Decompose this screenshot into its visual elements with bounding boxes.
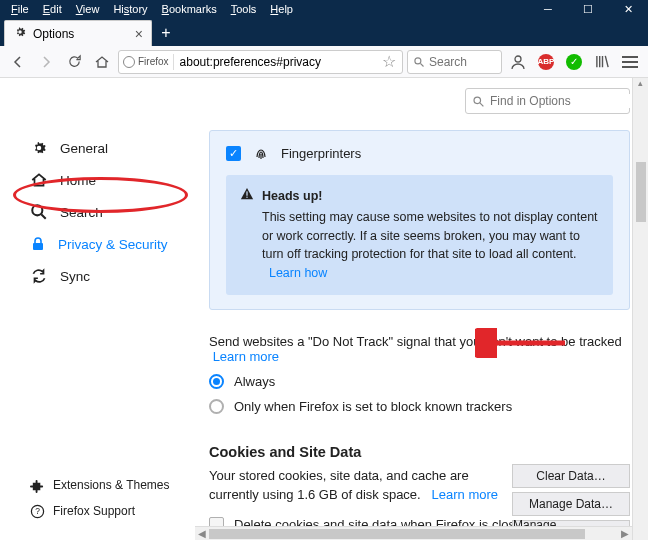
scrollbar-thumb[interactable] [209,529,585,539]
url-bar[interactable]: Firefox ☆ [118,50,403,74]
svg-rect-8 [246,197,247,198]
menu-edit[interactable]: Edit [36,3,69,15]
sync-icon [30,267,48,285]
home-button[interactable] [90,50,114,74]
library-icon[interactable] [590,50,614,74]
abp-icon[interactable]: ABP [534,50,558,74]
sidebar: General Home Search Privacy & Security S… [0,78,195,540]
menu-view[interactable]: View [69,3,107,15]
vertical-scrollbar[interactable]: ▴ [632,78,648,540]
alert-title: Heads up! [262,187,599,206]
nav-sync[interactable]: Sync [25,260,195,292]
scroll-left-icon[interactable]: ◀ [195,528,209,539]
svg-text:?: ? [35,506,40,516]
reload-button[interactable] [62,50,86,74]
tab-close-icon[interactable]: × [135,26,143,42]
search-input[interactable] [429,55,489,69]
main-content: ✓ Fingerprinters Heads up! This setting … [195,78,648,540]
url-input[interactable] [174,51,376,73]
clear-data-button[interactable]: Clear Data… [512,464,630,488]
nav-support[interactable]: ? Firefox Support [25,498,170,524]
alert-body: This setting may cause some websites to … [262,210,598,262]
search-bar[interactable] [407,50,502,74]
alert-learn-link[interactable]: Learn how [269,266,327,280]
dnt-learn-link[interactable]: Learn more [213,349,279,364]
question-icon: ? [30,504,45,519]
home-icon [30,171,48,189]
nav-privacy[interactable]: Privacy & Security [25,228,195,260]
scrollbar-thumb[interactable] [636,162,646,222]
minimize-button[interactable]: ─ [528,0,568,18]
svg-point-1 [515,56,521,62]
nav-general[interactable]: General [25,132,195,164]
puzzle-icon [30,478,45,493]
forward-button[interactable] [34,50,58,74]
horizontal-scrollbar[interactable]: ◀ ▶ [195,526,632,540]
menu-history[interactable]: History [106,3,154,15]
alert-box: Heads up! This setting may cause some we… [226,175,613,295]
radio-button[interactable] [209,399,224,414]
maximize-button[interactable]: ☐ [568,0,608,18]
fingerprinters-checkbox[interactable]: ✓ [226,146,241,161]
svg-point-0 [415,57,421,63]
bookmark-star-icon[interactable]: ☆ [376,52,402,71]
fingerprinters-label: Fingerprinters [281,146,361,161]
menu-button[interactable] [618,50,642,74]
fingerprint-icon [253,145,269,161]
tab-title: Options [33,27,74,41]
account-icon[interactable] [506,50,530,74]
dnt-radio-block[interactable]: Only when Firefox is set to block known … [209,399,630,414]
toolbar: Firefox ☆ ABP ✓ [0,46,648,78]
close-button[interactable]: ✕ [608,0,648,18]
tab-strip: Options × + [0,18,648,46]
nav-search[interactable]: Search [25,196,195,228]
back-button[interactable] [6,50,30,74]
cookies-learn-link[interactable]: Learn more [432,487,498,502]
radio-button[interactable] [209,374,224,389]
svg-rect-4 [33,243,43,250]
cookies-title: Cookies and Site Data [209,444,630,460]
manage-data-button[interactable]: Manage Data… [512,492,630,516]
dnt-section: Send websites a "Do Not Track" signal th… [209,334,630,414]
scroll-up-icon[interactable]: ▴ [633,78,648,90]
nav-extensions[interactable]: Extensions & Themes [25,472,170,498]
gear-icon [30,139,48,157]
menu-bookmarks[interactable]: Bookmarks [155,3,224,15]
nav-home[interactable]: Home [25,164,195,196]
search-icon [30,203,48,221]
lock-icon [30,236,46,252]
dnt-text: Send websites a "Do Not Track" signal th… [209,334,622,349]
svg-rect-7 [246,191,247,195]
scroll-right-icon[interactable]: ▶ [618,528,632,539]
search-icon [413,56,425,68]
tracking-card: ✓ Fingerprinters Heads up! This setting … [209,130,630,310]
identity-box[interactable]: Firefox [119,56,173,68]
tab-options[interactable]: Options × [4,20,152,46]
warning-icon [240,187,254,201]
menu-help[interactable]: Help [263,3,300,15]
new-tab-button[interactable]: + [152,20,180,46]
window-controls: ─ ☐ ✕ [528,0,648,18]
menu-file[interactable]: File [4,3,36,15]
cookies-desc: Your stored cookies, site data, and cach… [209,468,469,503]
shield-icon[interactable]: ✓ [562,50,586,74]
menu-tools[interactable]: Tools [224,3,264,15]
svg-point-3 [32,205,42,215]
dnt-radio-always[interactable]: Always [209,374,630,389]
gear-icon [13,25,27,42]
